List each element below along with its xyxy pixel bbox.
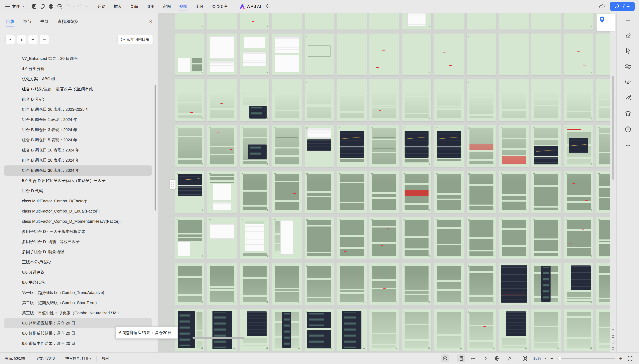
page-thumbnail[interactable] bbox=[596, 263, 610, 305]
locate-page-panel[interactable] bbox=[597, 14, 615, 31]
page-thumbnail[interactable] bbox=[207, 125, 237, 167]
page-thumbnail[interactable] bbox=[369, 34, 399, 76]
toc-item[interactable]: 组合 B 分析: bbox=[4, 94, 152, 104]
page-thumbnail[interactable] bbox=[337, 125, 367, 167]
eye-protection-icon[interactable] bbox=[624, 78, 632, 86]
page-thumbnail[interactable] bbox=[337, 263, 367, 305]
page-thumbnail[interactable] bbox=[402, 171, 431, 213]
toc-item[interactable]: 组合 B 结果:最好；显著改善 长区间有效 bbox=[4, 84, 152, 94]
page-thumbnail[interactable] bbox=[240, 34, 269, 76]
page-thumbnail[interactable] bbox=[467, 80, 496, 121]
page-thumbnail[interactable] bbox=[467, 34, 496, 76]
toc-scrollbar[interactable] bbox=[155, 85, 156, 210]
proofread-button[interactable]: 校对 bbox=[102, 356, 109, 361]
hamburger-menu-icon[interactable] bbox=[5, 4, 10, 8]
page-thumbnail[interactable] bbox=[240, 125, 269, 167]
toc-item[interactable]: 4.0 分组分析: bbox=[4, 64, 152, 74]
vertical-scrollbar-thumb[interactable] bbox=[612, 76, 614, 180]
page-thumbnail[interactable] bbox=[434, 125, 464, 167]
page-thumbnail[interactable] bbox=[337, 34, 367, 76]
toc-item[interactable]: 第一版：趋势适应版（Combo_TrendAdaptive) bbox=[4, 288, 152, 298]
page-thumbnail[interactable] bbox=[240, 80, 269, 121]
adjust-settings-icon[interactable] bbox=[624, 62, 632, 71]
search-icon[interactable] bbox=[264, 2, 272, 10]
page-thumbnail[interactable] bbox=[596, 125, 610, 167]
page-thumbnail[interactable] bbox=[369, 171, 399, 213]
menu-tab[interactable]: 审阅 bbox=[159, 0, 175, 13]
page-thumbnail[interactable] bbox=[531, 13, 561, 30]
expand-all-button[interactable]: ▾ bbox=[6, 35, 15, 44]
page-thumbnail[interactable] bbox=[564, 34, 593, 76]
page-thumbnail[interactable] bbox=[499, 171, 528, 213]
page-thumbnail[interactable] bbox=[531, 309, 561, 351]
export-pdf-icon[interactable] bbox=[39, 2, 47, 10]
page-thumbnail[interactable] bbox=[207, 171, 237, 213]
page-thumbnail[interactable] bbox=[337, 309, 367, 351]
print-icon[interactable] bbox=[47, 2, 55, 10]
page-thumbnail[interactable] bbox=[467, 125, 496, 167]
undo-caret-icon[interactable]: ▾ bbox=[73, 4, 75, 8]
sidebar-tab[interactable]: 书签 bbox=[40, 19, 49, 24]
page-thumbnail[interactable] bbox=[499, 309, 528, 351]
ink-pen-icon[interactable] bbox=[505, 354, 513, 362]
page-thumbnail[interactable] bbox=[564, 309, 593, 351]
toc-item[interactable]: 多因子组合 D_动量增强 bbox=[4, 247, 152, 257]
toc-item[interactable]: class MultiFactor_Combo_D(Factor): bbox=[4, 196, 152, 206]
page-thumbnail[interactable] bbox=[434, 171, 464, 213]
page-thumbnail[interactable] bbox=[531, 171, 561, 213]
page-thumbnail[interactable] bbox=[369, 13, 399, 30]
smart-toc-button[interactable]: 智能识别目录 bbox=[118, 35, 153, 44]
save-icon[interactable] bbox=[30, 2, 39, 10]
page-thumbnail[interactable] bbox=[272, 263, 302, 305]
page-thumbnail[interactable] bbox=[207, 217, 237, 259]
toc-item[interactable]: 组合 B 调仓日 10 表现：2024 年 bbox=[4, 145, 152, 155]
page-thumbnail[interactable] bbox=[175, 13, 205, 30]
menu-tab[interactable]: 开始 bbox=[93, 0, 110, 13]
page-thumbnail[interactable] bbox=[531, 217, 561, 259]
play-mode-icon[interactable] bbox=[481, 354, 489, 362]
page-thumbnail[interactable] bbox=[337, 171, 367, 213]
page-thumbnail[interactable] bbox=[369, 217, 399, 259]
page-thumbnail[interactable] bbox=[596, 309, 610, 351]
page-thumbnail[interactable] bbox=[402, 34, 431, 76]
close-sidebar-icon[interactable]: × bbox=[149, 19, 152, 24]
toc-item[interactable]: 6.0 平台代码: bbox=[4, 278, 152, 288]
magic-wand-icon[interactable] bbox=[624, 94, 632, 102]
page-thumbnail[interactable] bbox=[207, 34, 237, 76]
page-thumbnail[interactable] bbox=[175, 34, 205, 76]
page-thumbnail[interactable] bbox=[175, 171, 205, 213]
page-indicator[interactable]: 页面: 53/106 bbox=[5, 356, 25, 361]
page-thumbnail[interactable] bbox=[531, 80, 561, 121]
page-thumbnail[interactable] bbox=[564, 263, 593, 305]
fit-page-icon[interactable] bbox=[521, 354, 529, 362]
page-thumbnail[interactable] bbox=[564, 217, 593, 259]
page-thumbnail[interactable] bbox=[564, 13, 593, 30]
page-thumbnail[interactable] bbox=[240, 171, 269, 213]
web-layout-icon[interactable] bbox=[493, 354, 501, 362]
toc-item[interactable]: class MultiFactor_Combo_D_MomentumHeavy(… bbox=[4, 216, 152, 226]
toc-item[interactable]: 6.0 市值中性结果：调仓 20 日 bbox=[4, 338, 152, 349]
scroll-down-icon[interactable]: ▼ bbox=[610, 328, 616, 331]
page-thumbnail[interactable] bbox=[564, 125, 593, 167]
page-thumbnail[interactable] bbox=[434, 309, 464, 351]
file-caret-icon[interactable]: ▾ bbox=[22, 4, 24, 8]
page-thumbnail[interactable] bbox=[369, 125, 399, 167]
page-thumbnail[interactable] bbox=[596, 171, 610, 213]
page-thumbnail[interactable] bbox=[434, 80, 464, 121]
page-thumbnail[interactable] bbox=[499, 13, 528, 30]
page-thumbnail[interactable] bbox=[531, 34, 561, 76]
toc-item[interactable]: 组合 B 调仓日 1 表现：2024 年 bbox=[4, 114, 152, 125]
page-thumbnail[interactable] bbox=[305, 171, 334, 213]
toc-item[interactable]: 组合 B 调仓日 20 表现：2024 年 bbox=[4, 155, 152, 166]
annotate-pen-icon[interactable] bbox=[624, 31, 632, 40]
page-thumbnail[interactable] bbox=[434, 34, 464, 76]
page-thumbnail[interactable] bbox=[207, 263, 237, 305]
page-thumbnail[interactable] bbox=[240, 263, 269, 305]
previous-page-icon[interactable]: ▲▲ bbox=[610, 334, 616, 337]
document-thumbnail-grid[interactable] bbox=[158, 13, 610, 352]
page-thumbnail[interactable] bbox=[434, 217, 464, 259]
page-thumbnail[interactable] bbox=[402, 217, 431, 259]
toc-item[interactable]: 组合 B 调仓日 5 表现：2024 年 bbox=[4, 135, 152, 145]
toc-item[interactable]: 第三版：市值中性 + 取负版（Combo_Neutralized / Mul..… bbox=[4, 308, 152, 318]
page-thumbnail[interactable] bbox=[207, 13, 237, 30]
